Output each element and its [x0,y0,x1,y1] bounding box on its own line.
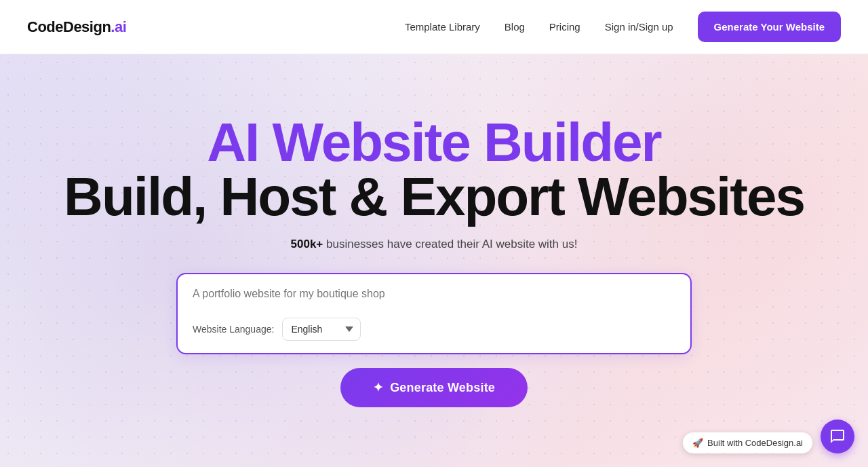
logo-text: CodeDesign [27,18,111,35]
sparkle-icon: ✦ [373,380,383,395]
nav-signin[interactable]: Sign in/Sign up [605,21,673,33]
built-with-badge[interactable]: 🚀 Built with CodeDesign.ai [683,432,812,453]
hero-section: AI Website Builder Build, Host & Export … [0,54,868,467]
language-select[interactable]: English Spanish French German Italian Po… [282,318,361,341]
chat-icon [829,428,846,445]
logo-ai: .ai [111,18,126,35]
hero-content: AI Website Builder Build, Host & Export … [0,114,868,407]
website-prompt-box: Website Language: English Spanish French… [176,273,692,354]
generate-website-button[interactable]: ✦ Generate Website [340,368,528,407]
hero-title-ai: AI Website Builder [207,114,660,171]
nav-template-library[interactable]: Template Library [405,21,480,33]
hero-title-main: Build, Host & Export Websites [64,168,804,225]
logo[interactable]: CodeDesign.ai [27,18,126,36]
hero-subtitle-bold: 500k+ [291,238,323,250]
chat-support-button[interactable] [821,419,854,453]
generate-btn-label: Generate Website [390,381,495,395]
nav-links: Template Library Blog Pricing Sign in/Si… [405,12,841,42]
hero-subtitle: 500k+ businesses have created their AI w… [291,238,578,251]
nav-generate-button[interactable]: Generate Your Website [698,12,841,42]
navbar: CodeDesign.ai Template Library Blog Pric… [0,0,868,54]
built-with-text: Built with CodeDesign.ai [707,438,803,448]
nav-blog[interactable]: Blog [505,21,525,33]
hero-subtitle-rest: businesses have created their AI website… [323,238,577,250]
input-footer: Website Language: English Spanish French… [193,318,675,341]
language-label: Website Language: [193,324,274,335]
website-prompt-input[interactable] [193,286,675,305]
built-with-emoji: 🚀 [692,438,703,448]
nav-pricing[interactable]: Pricing [549,21,580,33]
